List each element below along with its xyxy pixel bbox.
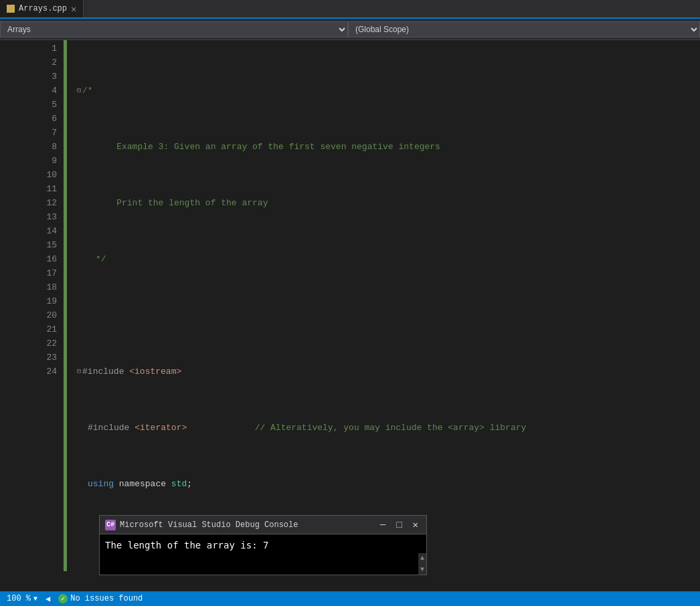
code-text-4: */ — [96, 252, 106, 266]
toolbar: Arrays (Global Scope) — [0, 19, 700, 40]
collapse-6[interactable]: ⊟ — [77, 365, 81, 379]
line-num-23: 23 — [0, 350, 57, 365]
debug-title-bar: C# Microsoft Visual Studio Debug Console… — [100, 516, 426, 534]
scroll-down-arrow[interactable]: ▼ — [419, 565, 426, 575]
tab-close-button[interactable]: ✕ — [71, 3, 76, 15]
code-text-7b: <iterator> — [135, 421, 187, 435]
scope-left-select[interactable]: Arrays — [0, 21, 348, 37]
collapse-10[interactable]: ⊟ — [77, 589, 81, 591]
line-num-3: 3 — [0, 70, 57, 84]
editor-area: 1 2 3 4 5 6 7 8 9 10 11 12 13 14 15 16 1… — [0, 40, 700, 591]
code-text-7a: #include — [88, 421, 135, 435]
debug-app-icon: C# — [105, 520, 116, 530]
code-line-1: ⊟ /* — [77, 84, 700, 98]
code-text-10c: main — [103, 589, 124, 591]
line-num-22: 22 — [0, 336, 57, 350]
debug-close-button[interactable]: ✕ — [410, 519, 421, 530]
line-num-15: 15 — [0, 238, 57, 252]
line-num-16: 16 — [0, 252, 57, 266]
line-num-7: 7 — [0, 126, 57, 140]
code-text-6a: #include — [82, 365, 129, 379]
code-text-8b: namespace — [114, 477, 171, 491]
code-line-2: Example 3: Given an array of the first s… — [77, 140, 700, 154]
code-text-10d: () — [124, 589, 135, 591]
code-text-2: Example 3: Given an array of the first s… — [96, 140, 440, 154]
line-numbers: 1 2 3 4 5 6 7 8 9 10 11 12 13 14 15 16 1… — [0, 40, 64, 591]
debug-output: The length of the array is: 7 — [100, 534, 274, 575]
zoom-arrow-icon: ▼ — [33, 595, 37, 603]
line-num-24: 24 — [0, 365, 57, 379]
zoom-value: 100 % — [7, 594, 31, 603]
line-num-10: 10 — [0, 168, 57, 182]
line-num-17: 17 — [0, 266, 57, 280]
scope-right-select[interactable]: (Global Scope) — [348, 21, 700, 37]
arrays-tab[interactable]: Arrays.cpp ✕ — [0, 0, 84, 17]
code-text-8d: ; — [187, 477, 192, 491]
code-line-5 — [77, 308, 700, 322]
debug-output-text: The length of the array is: 7 — [105, 540, 268, 550]
scroll-position-icon: ◀ — [46, 594, 50, 604]
code-text-10b — [98, 589, 103, 591]
issues-text: No issues found — [70, 594, 143, 603]
debug-scrollbar[interactable]: ▲ ▼ — [418, 553, 426, 575]
status-bar: 100 % ▼ ◀ ✓ No issues found — [0, 591, 700, 606]
code-line-6: ⊟ #include <iostream> — [77, 365, 700, 379]
debug-minimize-button[interactable]: ─ — [377, 520, 388, 530]
cpp-file-icon — [7, 5, 15, 13]
zoom-control[interactable]: 100 % ▼ — [7, 594, 37, 603]
line-num-2: 2 — [0, 56, 57, 70]
code-line-4: */ — [77, 252, 700, 266]
code-text-10a: int — [82, 589, 98, 591]
line-num-11: 11 — [0, 182, 57, 196]
debug-title-text: Microsoft Visual Studio Debug Console — [120, 520, 373, 530]
line-num-6: 6 — [0, 112, 57, 126]
code-text-6b: <iostream> — [129, 365, 181, 379]
code-text-8a: using — [88, 477, 114, 491]
line-num-21: 21 — [0, 322, 57, 336]
debug-console: C# Microsoft Visual Studio Debug Console… — [99, 515, 427, 575]
scroll-up-arrow[interactable]: ▲ — [419, 553, 426, 563]
line-num-18: 18 — [0, 280, 57, 294]
collapse-1[interactable]: ⊟ — [77, 84, 81, 98]
line-num-14: 14 — [0, 224, 57, 238]
issues-check-icon: ✓ — [58, 594, 68, 603]
code-text-7c: // Alteratively, you may include the <ar… — [255, 421, 527, 435]
line-num-1: 1 — [0, 41, 57, 56]
code-line-3: Print the length of the array — [77, 196, 700, 210]
line-num-12: 12 — [0, 196, 57, 210]
code-line-10: ⊟ int main () — [77, 589, 700, 591]
tab-bar: Arrays.cpp ✕ — [0, 0, 700, 19]
line-num-5: 5 — [0, 98, 57, 112]
code-text-3: Print the length of the array — [96, 196, 268, 210]
issues-indicator: ✓ No issues found — [58, 594, 143, 603]
code-text-7sp — [187, 421, 254, 435]
line-num-13: 13 — [0, 210, 57, 224]
line-num-9: 9 — [0, 154, 57, 168]
debug-maximize-button[interactable]: □ — [393, 520, 404, 530]
gutter-indicator — [64, 40, 67, 571]
code-text-1: /* — [82, 84, 93, 98]
line-num-4: 4 — [0, 84, 57, 98]
code-line-7: #include <iterator> // Alteratively, you… — [77, 421, 700, 435]
line-num-20: 20 — [0, 308, 57, 322]
line-num-8: 8 — [0, 140, 57, 154]
code-text-8c: std — [171, 477, 187, 491]
code-line-8: using namespace std ; — [77, 477, 700, 491]
line-num-19: 19 — [0, 294, 57, 308]
code-content[interactable]: ⊟ /* Example 3: Given an array of the fi… — [64, 40, 700, 591]
tab-filename: Arrays.cpp — [19, 4, 67, 13]
debug-controls: ─ □ ✕ — [377, 519, 421, 530]
